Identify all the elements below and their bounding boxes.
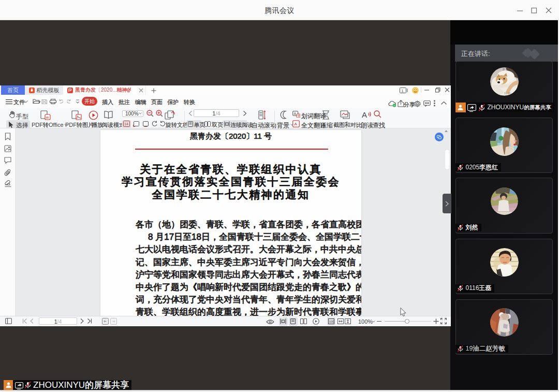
svg-text:A: A xyxy=(295,122,298,126)
svg-text:100: 100 xyxy=(329,320,334,323)
svg-text:文: 文 xyxy=(298,114,301,118)
svg-text:DEAR: DEAR xyxy=(504,92,511,95)
svg-text:A: A xyxy=(294,112,297,115)
svg-text:1: 1 xyxy=(401,89,404,93)
svg-text:A: A xyxy=(362,110,367,119)
svg-text:w: w xyxy=(46,115,49,120)
svg-text:14: 14 xyxy=(124,122,128,126)
